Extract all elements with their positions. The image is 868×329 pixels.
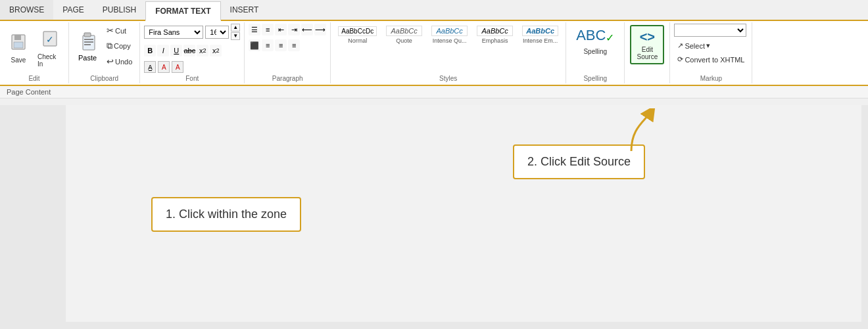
spelling-check-icon: ✓ xyxy=(606,32,614,44)
svg-rect-7 xyxy=(84,39,93,40)
bold-button[interactable]: B xyxy=(144,45,156,56)
spelling-button[interactable]: ABC ✓ Spelling xyxy=(570,24,620,68)
decrease-indent-button[interactable]: ⇤ xyxy=(275,24,287,35)
copy-icon: ⧉ xyxy=(107,41,112,51)
style-intense-emphasis-preview: AaBbCc xyxy=(522,26,558,36)
step1-callout: 1. Click within the zone xyxy=(151,197,301,232)
spelling-label: Spelling xyxy=(583,48,607,55)
convert-icon: ⟳ xyxy=(677,55,683,64)
font-row-1: Fira Sans 16 ▲ ▼ xyxy=(144,24,240,40)
para-row-2: ⬛ ≡ ≡ ≡ xyxy=(249,39,326,51)
markup-select[interactable] xyxy=(674,24,746,37)
undo-button[interactable]: ↩ Undo xyxy=(103,55,135,68)
copy-button[interactable]: ⧉ Copy xyxy=(103,39,135,53)
align-right-button[interactable]: ≡ xyxy=(275,39,287,51)
style-emphasis[interactable]: AaBbCc Emphasis xyxy=(473,24,516,46)
edit-source-button[interactable]: <> EditSource xyxy=(630,25,664,64)
style-quote-preview: AaBbCc xyxy=(386,26,422,36)
paste-button[interactable]: Paste xyxy=(73,24,102,68)
svg-rect-9 xyxy=(84,44,91,45)
edit-source-icon: <> xyxy=(640,30,655,45)
style-normal-label: Normal xyxy=(348,37,367,44)
highlight-color-button[interactable]: A̲ xyxy=(144,61,156,73)
select-button[interactable]: ↗ Select ▾ xyxy=(674,39,748,52)
markup-group-label: Markup xyxy=(670,75,752,82)
ribbon-group-edit-source: <> EditSource xyxy=(625,22,670,83)
text-effect-button[interactable]: A xyxy=(172,61,183,73)
edit-source-label: EditSource xyxy=(637,46,658,60)
style-quote-label: Quote xyxy=(396,37,412,44)
ribbon-group-spelling: ABC ✓ Spelling Spelling xyxy=(566,22,625,83)
svg-rect-2 xyxy=(14,42,23,48)
svg-rect-8 xyxy=(84,41,93,43)
convert-to-xhtml-button[interactable]: ⟳ Convert to XHTML xyxy=(674,53,748,66)
font-color-button[interactable]: A xyxy=(158,61,170,73)
style-intense-emphasis[interactable]: AaBbCc Intense Em... xyxy=(519,24,562,46)
paste-label: Paste xyxy=(78,54,97,62)
ribbon-toolbar: Save ✓ Check In Edit xyxy=(0,21,868,86)
cut-icon: ✂ xyxy=(107,26,114,35)
font-row-2: B I U abc x2 x2 xyxy=(144,45,240,56)
style-intense-quote[interactable]: AaBbCc Intense Qu... xyxy=(428,24,471,46)
styles-group-label: Styles xyxy=(331,75,566,82)
font-size-increase[interactable]: ▲ xyxy=(231,24,240,32)
color-row: A̲ A A xyxy=(144,61,240,73)
svg-text:✓: ✓ xyxy=(46,34,54,45)
align-center-button[interactable]: ≡ xyxy=(262,39,274,51)
ribbon-group-font: Fira Sans 16 ▲ ▼ B I U abc x2 x2 xyxy=(140,22,245,83)
cut-label: Cut xyxy=(115,27,126,35)
save-button[interactable]: Save xyxy=(4,29,33,68)
ribbon-group-markup: ↗ Select ▾ ⟳ Convert to XHTML Markup xyxy=(670,22,752,83)
step1-text: 1. Click within the zone xyxy=(166,208,287,221)
rtl-button[interactable]: ⟶ xyxy=(314,24,326,35)
content-area[interactable]: 1. Click within the zone 2. Click Edit S… xyxy=(0,105,868,329)
style-normal[interactable]: AaBbCcDc Normal xyxy=(335,24,380,46)
ordered-list-button[interactable]: ≡ xyxy=(262,24,274,35)
spelling-icon: ABC xyxy=(576,27,606,44)
paragraph-group-label: Paragraph xyxy=(245,75,330,82)
font-family-select[interactable]: Fira Sans xyxy=(144,26,203,39)
edit-group-label: Edit xyxy=(0,75,68,82)
italic-button[interactable]: I xyxy=(157,45,169,56)
checkin-button[interactable]: ✓ Check In xyxy=(36,26,64,71)
tab-page[interactable]: PAGE xyxy=(53,0,93,20)
style-normal-preview: AaBbCcDc xyxy=(338,26,377,36)
ltr-button[interactable]: ⟵ xyxy=(301,24,313,35)
tab-format-text[interactable]: FORMAT TEXT xyxy=(145,1,220,21)
style-emphasis-label: Emphasis xyxy=(482,37,508,44)
style-intense-quote-label: Intense Qu... xyxy=(433,37,467,44)
superscript-button[interactable]: x2 xyxy=(210,45,222,56)
style-emphasis-preview: AaBbCc xyxy=(477,26,513,36)
markup-small-buttons: ↗ Select ▾ ⟳ Convert to XHTML xyxy=(674,39,748,66)
font-size-select[interactable]: 16 xyxy=(205,26,229,39)
subscript-button[interactable]: x2 xyxy=(197,45,208,56)
tab-browse[interactable]: BROWSE xyxy=(0,0,53,20)
para-row-1: ☰ ≡ ⇤ ⇥ ⟵ ⟶ xyxy=(249,24,326,35)
justify-button[interactable]: ≡ xyxy=(288,39,300,51)
content-inner[interactable]: 1. Click within the zone 2. Click Edit S… xyxy=(66,105,861,322)
select-icon: ↗ xyxy=(677,41,683,50)
unordered-list-button[interactable]: ☰ xyxy=(249,24,260,35)
tab-publish[interactable]: PUBLISH xyxy=(93,0,145,20)
tab-insert[interactable]: INSERT xyxy=(221,0,268,20)
font-group-label: Font xyxy=(140,75,244,82)
save-icon xyxy=(9,33,28,55)
svg-rect-6 xyxy=(84,33,91,37)
underline-button[interactable]: U xyxy=(170,45,182,56)
ribbon-tabs: BROWSE PAGE PUBLISH FORMAT TEXT INSERT xyxy=(0,0,868,21)
markup-content: ↗ Select ▾ ⟳ Convert to XHTML xyxy=(674,24,748,75)
clipboard-group-label: Clipboard xyxy=(69,75,139,82)
undo-label: Undo xyxy=(115,58,132,66)
increase-indent-button[interactable]: ⇥ xyxy=(288,24,300,35)
ribbon-group-styles: AaBbCcDc Normal AaBbCc Quote AaBbCc Inte… xyxy=(331,22,566,83)
convert-label: Convert to XHTML xyxy=(685,56,744,64)
strikethrough-button[interactable]: abc xyxy=(183,45,195,56)
align-left-button[interactable]: ⬛ xyxy=(249,39,260,51)
cut-button[interactable]: ✂ Cut xyxy=(103,24,135,37)
style-quote[interactable]: AaBbCc Quote xyxy=(383,24,425,46)
breadcrumb-text: Page Content xyxy=(7,88,51,96)
ribbon-group-clipboard: Paste ✂ Cut ⧉ Copy ↩ Undo Clipboard xyxy=(69,22,140,83)
step2-text: 2. Click Edit Source xyxy=(527,155,631,168)
clipboard-small-buttons: ✂ Cut ⧉ Copy ↩ Undo xyxy=(103,24,135,68)
font-size-decrease[interactable]: ▼ xyxy=(231,32,240,40)
